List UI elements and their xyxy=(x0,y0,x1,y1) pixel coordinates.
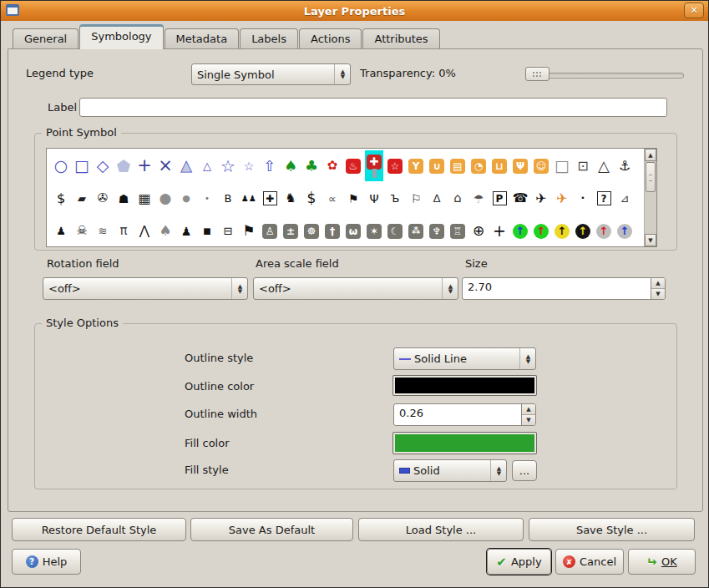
point-symbol-list[interactable]: ○□◇+×▲△☆☆⇧♠♣✿♨✚☆Y∪▤◔⊔Ψ☺□⊡△⚓$▰✇☗▦●●•B♟♟✚♞… xyxy=(46,148,657,247)
label-input[interactable] xyxy=(79,98,667,117)
tab-general[interactable]: General xyxy=(13,28,78,49)
pub-symbol[interactable]: ⊔ xyxy=(490,150,509,181)
star-symbol[interactable]: ☆ xyxy=(219,150,237,181)
tab-metadata[interactable]: Metadata xyxy=(165,28,240,49)
community-symbol[interactable]: ⁂ xyxy=(407,215,425,246)
telephone-symbol[interactable]: ☎ xyxy=(511,183,529,214)
outline-color-swatch[interactable] xyxy=(393,376,536,395)
scroll-down-icon[interactable]: ▼ xyxy=(645,234,656,246)
sikh-symbol[interactable]: ♆ xyxy=(428,215,446,246)
deciduous-tree-symbol[interactable]: ♣ xyxy=(302,150,321,181)
cross-symbol[interactable]: + xyxy=(135,150,154,181)
arrow-up-symbol[interactable]: ⇧ xyxy=(261,150,279,181)
cancel-button[interactable]: ✘ Cancel xyxy=(555,549,624,575)
islam-symbol[interactable]: ☾ xyxy=(386,215,404,246)
flag-symbol[interactable]: ⚑ xyxy=(240,215,258,246)
fork-symbol[interactable]: Ψ xyxy=(365,183,383,214)
cinema-symbol[interactable]: ▤ xyxy=(448,150,467,181)
framed-square-symbol[interactable]: ⊡ xyxy=(574,150,592,181)
tv-symbol[interactable]: ⊟ xyxy=(219,215,237,246)
worship-symbol[interactable]: ♙ xyxy=(261,215,279,246)
star-badge-symbol[interactable]: ☆ xyxy=(386,150,404,181)
restore-default-style-button[interactable]: Restore Default Style xyxy=(12,518,186,541)
first-aid-symbol[interactable]: ✚ xyxy=(261,183,279,214)
golf-green-symbol[interactable]: ⚐ xyxy=(407,183,425,214)
blank-square-symbol[interactable]: □ xyxy=(553,150,571,181)
arrow-yellow-black-symbol[interactable]: ↑ xyxy=(553,215,571,246)
hospital-symbol-selected[interactable]: ✚ xyxy=(365,150,383,181)
dharma-wheel-symbol[interactable]: ☸ xyxy=(302,215,321,246)
car-symbol[interactable]: ☗ xyxy=(114,183,133,214)
tab-symbology[interactable]: Symbology xyxy=(79,24,163,49)
bank-symbol[interactable]: ♖ xyxy=(448,215,467,246)
square-symbol[interactable]: □ xyxy=(73,150,91,181)
entertainment-symbol[interactable]: ☺ xyxy=(532,150,550,181)
medium-circle-symbol[interactable]: ● xyxy=(177,183,195,214)
spin-down-icon[interactable]: ▼ xyxy=(651,289,665,299)
small-circle-symbol[interactable]: • xyxy=(198,183,216,214)
arrow-gray-red-symbol[interactable]: ↑ xyxy=(595,215,613,246)
skier-symbol[interactable]: ♟ xyxy=(52,215,70,246)
save-style-button[interactable]: Save Style ... xyxy=(529,518,695,541)
flower-symbol[interactable]: ✿ xyxy=(323,150,342,181)
close-icon[interactable]: ✕ xyxy=(684,3,704,18)
outline-style-combo[interactable]: Solid Line ▲▼ xyxy=(393,347,536,370)
hiker-symbol[interactable]: ♟ xyxy=(177,215,195,246)
gray-tree-symbol[interactable]: ♠ xyxy=(156,215,175,246)
load-style-button[interactable]: Load Style ... xyxy=(358,518,524,541)
compass-symbol[interactable]: ⊕ xyxy=(469,215,488,246)
spin-up-icon[interactable]: ▲ xyxy=(522,404,535,415)
lodging-symbol[interactable]: ∆ xyxy=(428,183,446,214)
deer-symbol[interactable]: ♞ xyxy=(281,183,300,214)
christian-symbol[interactable]: † xyxy=(323,215,342,246)
house-symbol[interactable]: ⌂ xyxy=(448,183,467,214)
restaurant-symbol[interactable]: Ψ xyxy=(511,150,529,181)
airplane-symbol[interactable]: ✈ xyxy=(553,183,571,214)
fuel-pump-symbol[interactable]: Ъ xyxy=(386,183,404,214)
parking-symbol[interactable]: P xyxy=(490,183,509,214)
dot-symbol[interactable]: • xyxy=(574,183,592,214)
satellite-symbol[interactable]: ⊿ xyxy=(615,183,634,214)
anchor-symbol[interactable]: ⚓ xyxy=(615,150,634,181)
conifer-tree-symbol[interactable]: ♠ xyxy=(281,150,300,181)
fill-color-swatch[interactable] xyxy=(393,433,536,454)
tab-attributes[interactable]: Attributes xyxy=(362,28,439,49)
symbol-scrollbar[interactable]: ▲ ▼ xyxy=(644,149,656,246)
large-circle-symbol[interactable]: ● xyxy=(156,183,175,214)
fill-style-more-button[interactable]: ... xyxy=(512,460,537,481)
bank-dollar-symbol[interactable]: $ xyxy=(302,183,321,214)
arrow-green-red-symbol[interactable]: ↑ xyxy=(532,215,550,246)
pizza-symbol[interactable]: ◔ xyxy=(469,150,488,181)
picnic-symbol[interactable]: π xyxy=(114,215,133,246)
save-as-default-button[interactable]: Save As Default xyxy=(190,518,353,541)
triangle-symbol[interactable]: ▲ xyxy=(177,150,195,181)
help-button[interactable]: ? Help xyxy=(12,549,81,575)
tent-symbol[interactable]: ⋀ xyxy=(135,215,154,246)
pentagon-symbol[interactable] xyxy=(114,150,133,181)
balloon-symbol[interactable]: ☂ xyxy=(469,183,488,214)
fish-symbol[interactable]: ∝ xyxy=(323,183,342,214)
fill-style-combo[interactable]: Solid ▲▼ xyxy=(393,459,507,482)
tab-labels[interactable]: Labels xyxy=(240,28,298,49)
question-symbol[interactable]: ? xyxy=(595,183,613,214)
swimmer-symbol[interactable]: ≋ xyxy=(94,215,112,246)
fire-symbol[interactable]: ♨ xyxy=(344,150,362,181)
circle-symbol[interactable]: ○ xyxy=(52,150,70,181)
om-symbol[interactable]: ω xyxy=(344,215,362,246)
building-symbol[interactable]: ▦ xyxy=(135,183,154,214)
cafe-symbol[interactable]: ∪ xyxy=(428,150,446,181)
school-symbol[interactable]: ± xyxy=(281,215,300,246)
area-scale-field-combo[interactable]: <off> ▲▼ xyxy=(253,277,458,300)
small-triangle-symbol[interactable]: △ xyxy=(198,150,216,181)
tab-actions[interactable]: Actions xyxy=(299,28,362,49)
boat-symbol[interactable]: ▰ xyxy=(73,183,91,214)
outline-width-spinbox[interactable]: 0.26 ▲ ▼ xyxy=(393,403,536,426)
bar-symbol[interactable]: Y xyxy=(407,150,425,181)
scrollbar-trough[interactable] xyxy=(645,193,656,234)
arrow-green-blue-symbol[interactable]: ↑ xyxy=(511,215,529,246)
fuel-symbol[interactable]: B xyxy=(219,183,237,214)
size-spinbox[interactable]: 2.70 ▲ ▼ xyxy=(462,277,666,300)
restroom-symbol[interactable]: ♟♟ xyxy=(240,183,258,214)
arrow-gray-blue-symbol[interactable]: ↑ xyxy=(615,215,634,246)
arrow-black-yellow-symbol[interactable]: ↑ xyxy=(574,215,592,246)
